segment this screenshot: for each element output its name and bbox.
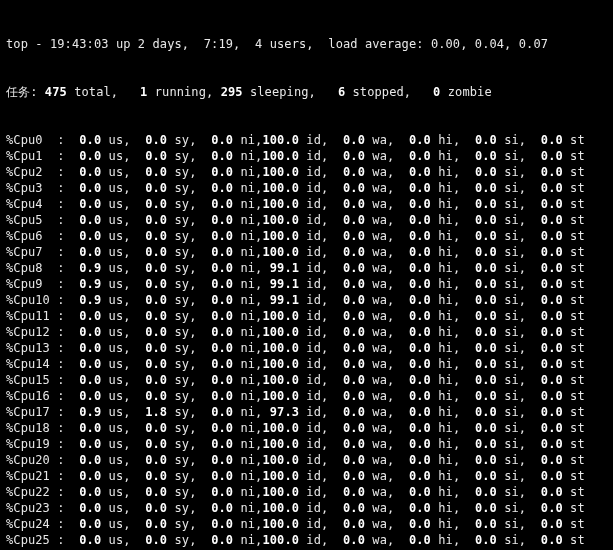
cpu-row-13: %Cpu13 : 0.0 us, 0.0 sy, 0.0 ni,100.0 id… [6,340,607,356]
cpu-row-11: %Cpu11 : 0.0 us, 0.0 sy, 0.0 ni,100.0 id… [6,308,607,324]
cpu-row-16: %Cpu16 : 0.0 us, 0.0 sy, 0.0 ni,100.0 id… [6,388,607,404]
cpu-row-14: %Cpu14 : 0.0 us, 0.0 sy, 0.0 ni,100.0 id… [6,356,607,372]
cpu-row-20: %Cpu20 : 0.0 us, 0.0 sy, 0.0 ni,100.0 id… [6,452,607,468]
cpu-row-6: %Cpu6 : 0.0 us, 0.0 sy, 0.0 ni,100.0 id,… [6,228,607,244]
cpu-row-8: %Cpu8 : 0.9 us, 0.0 sy, 0.0 ni, 99.1 id,… [6,260,607,276]
tasks-line: 任务: 475 total, 1 running, 295 sleeping, … [6,84,607,100]
cpu-row-3: %Cpu3 : 0.0 us, 0.0 sy, 0.0 ni,100.0 id,… [6,180,607,196]
cpu-row-21: %Cpu21 : 0.0 us, 0.0 sy, 0.0 ni,100.0 id… [6,468,607,484]
cpu-row-24: %Cpu24 : 0.0 us, 0.0 sy, 0.0 ni,100.0 id… [6,516,607,532]
cpu-row-22: %Cpu22 : 0.0 us, 0.0 sy, 0.0 ni,100.0 id… [6,484,607,500]
cpu-row-0: %Cpu0 : 0.0 us, 0.0 sy, 0.0 ni,100.0 id,… [6,132,607,148]
cpu-row-5: %Cpu5 : 0.0 us, 0.0 sy, 0.0 ni,100.0 id,… [6,212,607,228]
cpu-row-12: %Cpu12 : 0.0 us, 0.0 sy, 0.0 ni,100.0 id… [6,324,607,340]
cpu-row-19: %Cpu19 : 0.0 us, 0.0 sy, 0.0 ni,100.0 id… [6,436,607,452]
cpu-row-15: %Cpu15 : 0.0 us, 0.0 sy, 0.0 ni,100.0 id… [6,372,607,388]
cpu-row-2: %Cpu2 : 0.0 us, 0.0 sy, 0.0 ni,100.0 id,… [6,164,607,180]
cpu-row-4: %Cpu4 : 0.0 us, 0.0 sy, 0.0 ni,100.0 id,… [6,196,607,212]
cpu-row-9: %Cpu9 : 0.9 us, 0.0 sy, 0.0 ni, 99.1 id,… [6,276,607,292]
cpu-lines: %Cpu0 : 0.0 us, 0.0 sy, 0.0 ni,100.0 id,… [6,132,607,550]
header-line: top - 19:43:03 up 2 days, 7:19, 4 users,… [6,36,607,52]
cpu-row-23: %Cpu23 : 0.0 us, 0.0 sy, 0.0 ni,100.0 id… [6,500,607,516]
cpu-row-18: %Cpu18 : 0.0 us, 0.0 sy, 0.0 ni,100.0 id… [6,420,607,436]
cpu-row-7: %Cpu7 : 0.0 us, 0.0 sy, 0.0 ni,100.0 id,… [6,244,607,260]
cpu-row-10: %Cpu10 : 0.9 us, 0.0 sy, 0.0 ni, 99.1 id… [6,292,607,308]
cpu-row-1: %Cpu1 : 0.0 us, 0.0 sy, 0.0 ni,100.0 id,… [6,148,607,164]
top-terminal[interactable]: top - 19:43:03 up 2 days, 7:19, 4 users,… [0,0,613,550]
cpu-row-17: %Cpu17 : 0.9 us, 1.8 sy, 0.0 ni, 97.3 id… [6,404,607,420]
cpu-row-25: %Cpu25 : 0.0 us, 0.0 sy, 0.0 ni,100.0 id… [6,532,607,548]
